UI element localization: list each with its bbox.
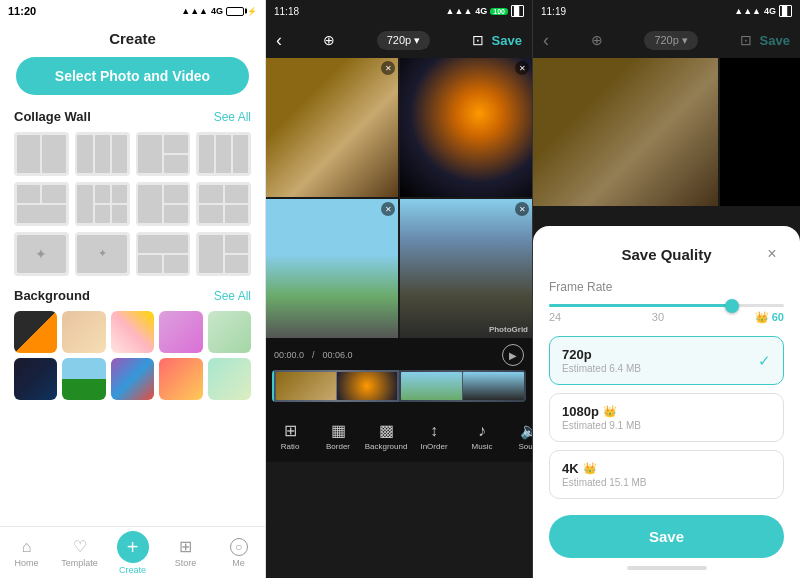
toolbar-3: ‹ ⊕ 720p ▾ ⊡ Save [533,22,800,58]
close-modal-button[interactable]: × [760,242,784,266]
preview-area-3 [533,58,800,206]
collage-item[interactable] [196,132,251,176]
bg-item[interactable] [111,358,154,400]
photo-crowd[interactable]: PhotoGrid ✕ [400,199,532,338]
tool-background[interactable]: ▩ Background [362,421,410,451]
collage-item[interactable] [14,132,69,176]
status-bar-1: 11:20 ▲▲▲ 4G ⚡ [0,0,265,22]
photo-food[interactable]: ✕ [266,58,398,197]
bg-item[interactable] [111,311,154,353]
total-time: 00:06.0 [323,350,353,360]
back-button-3[interactable]: ‹ [543,30,549,51]
panel-save-quality: 11:19 ▲▲▲ 4G ▊ ‹ ⊕ 720p ▾ ⊡ Save Save Qu… [533,0,800,578]
bg-item[interactable] [208,311,251,353]
save-button-2[interactable]: Save [492,33,522,48]
collage-section-header: Collage Wall See All [0,109,265,132]
collage-item[interactable]: ✦ [75,232,130,276]
bg-item[interactable] [14,311,57,353]
tool-sound[interactable]: 🔈 Sound [506,421,532,451]
fps-max-label: 👑 60 [755,311,784,324]
preview-photo-2 [720,58,800,206]
nav-template[interactable]: ♡ Template [53,537,106,568]
background-icon: ▩ [379,421,394,440]
home-indicator [627,566,707,570]
collage-item[interactable] [136,232,191,276]
sound-icon: 🔈 [520,421,532,440]
quality-option-4k[interactable]: 4K 👑 Estimated 15.1 MB [549,450,784,499]
bg-item[interactable] [208,358,251,400]
back-button-2[interactable]: ‹ [276,30,282,51]
remove-photo-btn[interactable]: ✕ [381,61,395,75]
play-button[interactable]: ▶ [502,344,524,366]
border-icon: ▦ [331,421,346,440]
quality-info: 1080p 👑 Estimated 9.1 MB [562,404,641,431]
toolbar-actions-3: ⊡ Save [740,32,790,48]
select-photo-video-button[interactable]: Select Photo and Video [16,57,249,95]
frame-rate-label: Frame Rate [549,280,784,294]
quality-option-720p[interactable]: 720p Estimated 6.4 MB ✓ [549,336,784,385]
tool-ratio[interactable]: ⊞ Ratio [266,421,314,451]
bg-item[interactable] [62,311,105,353]
fps-icon: 👑 [755,311,769,323]
battery-icon-2: ▊ [511,5,524,17]
collage-item[interactable] [136,182,191,226]
remove-photo-btn[interactable]: ✕ [381,202,395,216]
photo-grid: ✕ ✕ ✕ PhotoGrid ✕ [266,58,532,338]
save-final-button[interactable]: Save [549,515,784,558]
collage-item[interactable] [14,182,69,226]
signal-icon-3: ▲▲▲ [734,6,761,16]
chevron-down-icon: ▾ [414,34,420,47]
photo-tower[interactable]: ✕ [266,199,398,338]
collage-item[interactable]: ✦ [14,232,69,276]
tool-music[interactable]: ♪ Music [458,422,506,451]
collage-item[interactable] [75,182,130,226]
background-see-all[interactable]: See All [214,289,251,303]
tool-border[interactable]: ▦ Border [314,421,362,451]
collage-item[interactable] [136,132,191,176]
frame-rate-section: Frame Rate 24 30 👑 60 [549,280,784,324]
bg-item[interactable] [159,358,202,400]
quality-title: 720p [562,347,641,362]
panel-video-editor: 11:18 ▲▲▲ 4G 100 ▊ ‹ ⊕ 720p ▾ ⊡ Save ✕ ✕… [266,0,533,578]
current-time: 00:00.0 [274,350,304,360]
bg-item[interactable] [62,358,105,400]
slider-thumb[interactable] [725,299,739,313]
background-section-header: Background See All [0,288,265,311]
timeline-track[interactable] [272,370,526,402]
modal-header: Save Quality × [549,242,784,266]
fps-min-label: 24 [549,311,561,324]
collage-item[interactable] [196,182,251,226]
time-1: 11:20 [8,5,36,17]
collage-item[interactable] [196,232,251,276]
quality-subtitle: Estimated 15.1 MB [562,477,646,488]
quality-subtitle: Estimated 6.4 MB [562,363,641,374]
collage-title: Collage Wall [14,109,91,124]
status-bar-2: 11:18 ▲▲▲ 4G 100 ▊ [266,0,532,22]
modal-title: Save Quality [573,246,760,263]
collage-item[interactable] [75,132,130,176]
bg-item[interactable] [159,311,202,353]
premium-crown-icon: 👑 [603,405,617,418]
network-icon-3: 4G [764,6,776,16]
status-icons-2: ▲▲▲ 4G 100 ▊ [446,5,524,17]
bg-item[interactable] [14,358,57,400]
resolution-selector-2[interactable]: 720p ▾ [377,31,430,50]
share-icon-2[interactable]: ⊡ [472,32,484,48]
tool-inorder[interactable]: ↕ InOrder [410,422,458,451]
nav-home[interactable]: ⌂ Home [0,538,53,568]
remove-photo-btn[interactable]: ✕ [515,61,529,75]
battery-icon-3: ▊ [779,5,792,17]
remove-photo-btn[interactable]: ✕ [515,202,529,216]
nav-create[interactable]: + Create [106,531,159,575]
resolution-selector-3[interactable]: 720p ▾ [644,31,698,50]
collage-see-all[interactable]: See All [214,110,251,124]
nav-me[interactable]: ○ Me [212,538,265,568]
quality-option-1080p[interactable]: 1080p 👑 Estimated 9.1 MB [549,393,784,442]
profile-icon: ○ [230,538,248,556]
photo-night[interactable]: ✕ [400,58,532,197]
save-button-3-top: Save [760,33,790,48]
frame-rate-slider[interactable] [549,304,784,307]
layers-icon-2[interactable]: ⊕ [323,32,335,48]
nav-store[interactable]: ⊞ Store [159,537,212,568]
quality-title: 1080p 👑 [562,404,641,419]
